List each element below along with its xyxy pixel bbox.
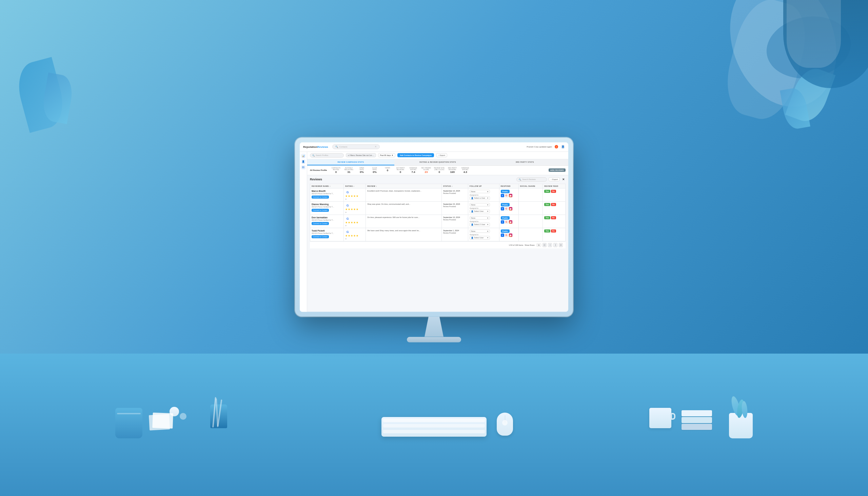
reviews-section: Reviews 🔍 Search Reviews ↑ Export	[307, 175, 568, 312]
prev-page-button[interactable]: ⟨	[548, 243, 552, 247]
notification-badge[interactable]: 2	[555, 145, 558, 149]
monitor-stand	[420, 316, 448, 337]
no-button-1[interactable]: No	[551, 189, 556, 192]
select-user-3[interactable]: 👤 Select 2 User ▼	[470, 222, 490, 226]
reviews-header: Reviews 🔍 Search Reviews ↑ Export	[310, 177, 565, 181]
stats-items: CONTACTSINVITED 0 ACTIVELYRECEIVING 31 O…	[331, 167, 548, 173]
chevron-icon8: ▼	[487, 237, 489, 239]
follow-up-select-4[interactable]: None ▼	[470, 229, 490, 233]
select-user-2[interactable]: 👤 Select User ▼	[470, 209, 490, 213]
verified-3: ⊙	[345, 224, 364, 226]
tab-rating-review[interactable]: Rating & Review Question Stats	[394, 159, 481, 165]
reviews-title: Reviews	[310, 177, 322, 181]
connect-to-contact-btn-3[interactable]: Connect to Contact	[312, 222, 329, 225]
facebook-icon-1[interactable]: f	[501, 193, 504, 197]
follow-up-select-3[interactable]: None ▼	[470, 216, 490, 219]
google-icon-3[interactable]: G	[505, 220, 508, 223]
next-page-button[interactable]: ⟩	[553, 243, 557, 247]
cell-review-3: On time, pleasant experience. Will use f…	[366, 215, 442, 228]
stat-open-rate: OPENRATE 0%	[357, 167, 367, 173]
hide-reviews-button[interactable]: Hide Reviews	[548, 169, 565, 172]
sidebar-icon-chart[interactable]: 📊	[301, 154, 306, 158]
show-rows-select[interactable]: 50	[537, 243, 541, 247]
tab-review-campaign[interactable]: Review Campaign Stats	[307, 159, 394, 165]
google-icon-4[interactable]: G	[505, 233, 508, 237]
cell-respond-1: Public f G ▣	[499, 188, 518, 201]
public-button-4[interactable]: Public	[501, 229, 510, 233]
verified-2: ⊙	[345, 211, 364, 213]
yes-button-2[interactable]: Yes	[544, 203, 550, 206]
follow-up-select-1[interactable]: None ▼	[470, 189, 490, 193]
no-button-4[interactable]: No	[551, 229, 556, 232]
keyboard[interactable]	[382, 417, 486, 437]
search-icon: 🔍	[335, 145, 338, 148]
cell-feed-1: Yes No	[543, 188, 565, 201]
instagram-icon-1[interactable]: ▣	[509, 193, 512, 197]
public-button-3[interactable]: Public	[501, 216, 510, 219]
filter-button[interactable]: ≡ Filters: Review Site not 1st-...	[346, 153, 376, 157]
cell-followup-1: None ▼ Assigned to 👤 Select a User	[468, 188, 499, 201]
col-social-share: SOCIAL SHARE	[518, 184, 543, 188]
clear-icon: ✕	[375, 145, 377, 148]
period-button[interactable]: Past 90 days ▼	[378, 153, 396, 157]
instagram-icon-4[interactable]: ▣	[509, 233, 512, 237]
first-page-button[interactable]: ⟨⟨	[542, 243, 546, 247]
yes-button-1[interactable]: Yes	[544, 189, 550, 192]
public-button-2[interactable]: Public	[501, 203, 510, 206]
last-page-button[interactable]: ⟩⟩	[559, 243, 563, 247]
sidebar-icon-user[interactable]: 👤	[301, 159, 306, 164]
cell-social-3	[518, 215, 543, 228]
sidebar-icon-image[interactable]: 🖼	[301, 165, 306, 169]
plant-left	[115, 408, 142, 438]
stat-views: VIEWS 0	[383, 167, 393, 173]
select-user-4[interactable]: 👤 Select User ▼	[470, 236, 490, 239]
cell-social-2	[518, 201, 543, 215]
main-search-box[interactable]: 🔍 Contacts ✕	[332, 144, 380, 149]
select-user-1[interactable]: 👤 Select a User ▼	[470, 196, 490, 200]
mouse[interactable]	[497, 413, 513, 436]
social-icons-2: f G ▣	[501, 207, 517, 210]
instagram-icon-3[interactable]: ▣	[509, 220, 512, 223]
no-button-3[interactable]: No	[551, 216, 556, 219]
stars-1: ★★★★★	[345, 194, 364, 197]
monitor-base	[407, 337, 461, 342]
public-button-1[interactable]: Public	[501, 189, 510, 193]
col-status: STATUS ↕	[441, 184, 468, 188]
instagram-icon-2[interactable]: ▣	[509, 207, 512, 210]
plant-right	[729, 413, 753, 438]
connect-to-contact-btn-4[interactable]: Connect to Contact	[312, 235, 329, 238]
search-profiles-box[interactable]: 🔍 Search Profiles	[310, 153, 344, 157]
close-button[interactable]: ✕	[561, 177, 565, 181]
table-header-row: REVIEWER NAME ↕ RATING ↕ REVIEW ↕ STATUS…	[310, 184, 565, 188]
user-avatar[interactable]: 👤	[561, 145, 565, 149]
app-ui: ReputationReviews 🔍 Contacts ✕ Pranish C…	[300, 142, 568, 312]
stat-net-promo: NET PROMOSCORE 23	[421, 167, 431, 173]
tab-3rd-party[interactable]: 3rd Party Stats	[481, 159, 568, 165]
stat-1st-party: 1st PARTYREVIEWS 0	[396, 167, 405, 173]
chevron-icon2: ▼	[487, 197, 489, 199]
connect-to-contact-btn-1[interactable]: Connect to Contact	[312, 195, 329, 198]
connect-to-contact-btn-2[interactable]: Connect to Contact	[312, 208, 329, 212]
pencil-cup	[210, 404, 227, 428]
facebook-icon-2[interactable]: f	[501, 207, 504, 210]
stat-contacts-invited: CONTACTSINVITED 0	[331, 167, 341, 173]
col-reviewer-name: REVIEWER NAME ↕	[310, 184, 344, 188]
google-icon-2[interactable]: G	[505, 207, 508, 210]
facebook-icon-4[interactable]: f	[501, 233, 504, 237]
cell-rating-3: G ★★★★★ ⊙	[344, 215, 366, 228]
paper-note2	[152, 413, 173, 429]
yes-button-4[interactable]: Yes	[544, 229, 550, 232]
cell-social-1	[518, 188, 543, 201]
reviews-search-box[interactable]: 🔍 Search Reviews	[516, 177, 547, 181]
add-contacts-button[interactable]: Add Contacts to Review Campaigns	[398, 153, 434, 157]
pagination-row: 1-50 of 169 Items Show Rows: 50 ⟨⟨ ⟨ ⟩ ⟩…	[310, 241, 565, 248]
facebook-icon-3[interactable]: f	[501, 220, 504, 223]
no-button-2[interactable]: No	[551, 203, 556, 206]
google-logo-3: G	[345, 216, 350, 221]
google-icon-1[interactable]: G	[505, 193, 508, 197]
follow-up-select-2[interactable]: None ▼	[470, 203, 490, 206]
reviews-export-button[interactable]: ↑ Export	[548, 177, 560, 181]
cell-feed-2: Yes No	[543, 201, 565, 215]
yes-button-3[interactable]: Yes	[544, 216, 550, 219]
export-button[interactable]: ↑ Export	[436, 153, 447, 157]
